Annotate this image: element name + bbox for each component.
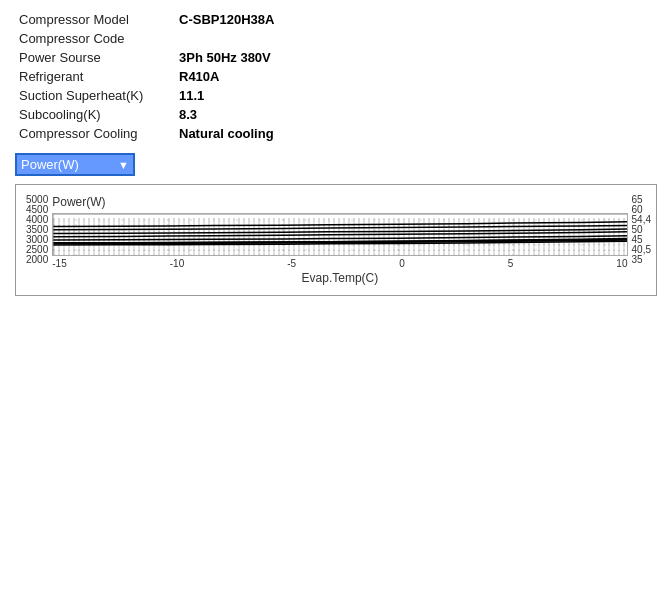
compressor-cooling-value: Natural cooling — [175, 124, 657, 143]
power-dropdown[interactable]: Power(W) ▼ — [15, 153, 135, 176]
power-source-label: Power Sourse — [15, 48, 175, 67]
y-label-2000: 2000 — [26, 255, 48, 265]
power-source-value: 3Ph 50Hz 380V — [175, 48, 657, 67]
dropdown-label: Power(W) — [21, 157, 114, 172]
subcooling-label: Subcooling(K) — [15, 105, 175, 124]
suction-superheat-label: Suction Superheat(K) — [15, 86, 175, 105]
subcooling-value: 8.3 — [175, 105, 657, 124]
r-label-35: 35 — [632, 255, 651, 265]
subcooling-row: Subcooling(K) 8.3 — [15, 105, 657, 124]
chevron-down-icon: ▼ — [118, 159, 129, 171]
right-labels: 65 60 54,4 50 45 40,5 35 — [632, 195, 651, 285]
chart-y-title: Power(W) — [52, 195, 627, 209]
x-label-5: 5 — [508, 258, 514, 269]
compressor-code-row: Compressor Code — [15, 29, 657, 48]
compressor-code-label: Compressor Code — [15, 29, 175, 48]
suction-superheat-row: Suction Superheat(K) 11.1 — [15, 86, 657, 105]
compressor-code-value — [175, 29, 657, 48]
x-label-minus15: -15 — [52, 258, 66, 269]
compressor-cooling-row: Compressor Cooling Natural cooling — [15, 124, 657, 143]
chart-canvas — [53, 214, 627, 256]
x-axis-labels: -15 -10 -5 0 5 10 — [52, 256, 627, 269]
chart-plot — [52, 213, 627, 256]
refrigerant-row: Refrigerant R410A — [15, 67, 657, 86]
compressor-model-row: Compressor Model C-SBP120H38A — [15, 10, 657, 29]
y-axis-labels: 5000 4500 4000 3500 3000 2500 2000 — [26, 195, 48, 285]
compressor-model-value: C-SBP120H38A — [175, 10, 657, 29]
chart-container: 5000 4500 4000 3500 3000 2500 2000 Power… — [15, 184, 657, 296]
refrigerant-value: R410A — [175, 67, 657, 86]
dropdown-row: Power(W) ▼ — [15, 153, 657, 176]
x-axis-title: Evap.Temp(C) — [52, 271, 627, 285]
refrigerant-label: Refrigerant — [15, 67, 175, 86]
chart-plot-wrapper: Power(W) -15 -10 -5 0 5 10 Evap.Temp(C) — [52, 195, 627, 285]
x-label-minus10: -10 — [170, 258, 184, 269]
x-label-minus5: -5 — [287, 258, 296, 269]
info-table: Compressor Model C-SBP120H38A Compressor… — [15, 10, 657, 143]
suction-superheat-value: 11.1 — [175, 86, 657, 105]
main-container: Compressor Model C-SBP120H38A Compressor… — [0, 0, 672, 603]
x-label-0: 0 — [399, 258, 405, 269]
x-label-10: 10 — [616, 258, 627, 269]
chart-area: 5000 4500 4000 3500 3000 2500 2000 Power… — [26, 195, 651, 285]
power-source-row: Power Sourse 3Ph 50Hz 380V — [15, 48, 657, 67]
compressor-model-label: Compressor Model — [15, 10, 175, 29]
compressor-cooling-label: Compressor Cooling — [15, 124, 175, 143]
